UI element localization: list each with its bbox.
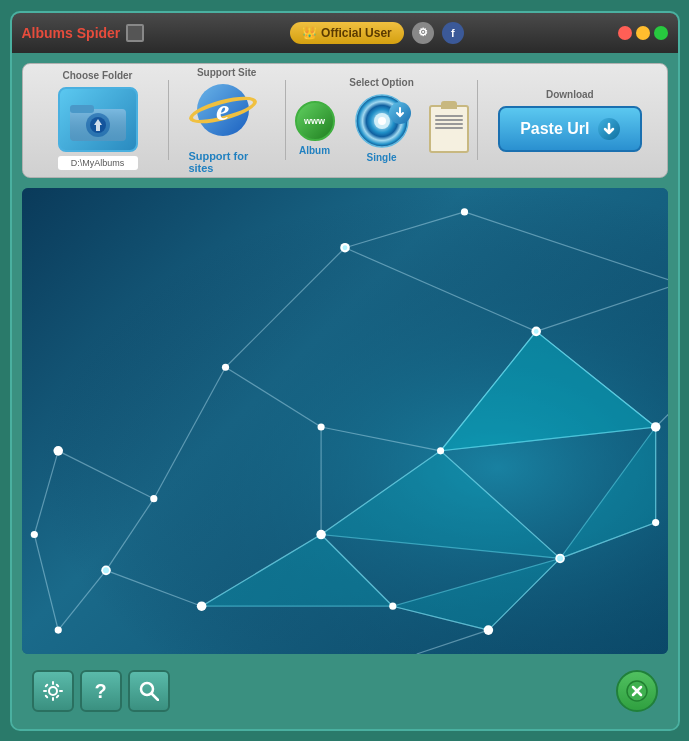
svg-rect-72 — [44, 683, 48, 687]
facebook-social-icon[interactable]: f — [442, 22, 464, 44]
svg-point-59 — [30, 530, 37, 537]
svg-rect-71 — [59, 690, 63, 692]
svg-point-48 — [652, 518, 659, 525]
paste-url-label: Paste Url — [520, 120, 589, 138]
crown-icon: 👑 — [302, 26, 317, 40]
download-section-label: Download — [546, 89, 594, 100]
svg-point-45 — [650, 422, 660, 432]
gear-icon — [42, 680, 64, 702]
support-for-sites-label[interactable]: Support for sites — [188, 150, 265, 174]
svg-rect-70 — [43, 690, 47, 692]
www-icon: www — [295, 101, 335, 141]
close-window-button[interactable] — [618, 26, 632, 40]
album-option[interactable]: www Album — [295, 101, 335, 156]
main-content: Choose Folder — [12, 53, 678, 729]
help-icon: ? — [94, 680, 106, 703]
magnifier-icon — [139, 681, 159, 701]
support-site-section: Support Site e Support for sites — [173, 67, 280, 174]
svg-point-49 — [483, 625, 493, 635]
svg-point-54 — [196, 601, 206, 611]
divider-3 — [477, 80, 478, 160]
cd-arrow-icon — [389, 102, 411, 124]
svg-point-65 — [557, 555, 563, 561]
help-button[interactable]: ? — [80, 670, 122, 712]
title-left: Albums Spider — [22, 24, 145, 42]
download-arrow-icon — [598, 118, 620, 140]
clipboard-option[interactable] — [429, 105, 469, 153]
bottom-bar: ? — [22, 664, 668, 719]
svg-point-58 — [150, 495, 157, 502]
title-bar: Albums Spider 👑 Official User ⚙ f — [12, 13, 678, 53]
svg-point-56 — [54, 626, 61, 633]
preview-area — [22, 188, 668, 654]
svg-point-50 — [389, 602, 396, 609]
svg-rect-68 — [52, 681, 54, 685]
folder-path: D:\MyAlbums — [58, 156, 138, 170]
title-center: 👑 Official User ⚙ f — [290, 22, 464, 44]
folder-icon — [68, 95, 128, 145]
divider-2 — [285, 80, 286, 160]
network-background — [22, 188, 668, 654]
svg-rect-75 — [55, 683, 59, 687]
clipboard-icon — [429, 105, 469, 153]
svg-point-52 — [317, 423, 324, 430]
official-user-button[interactable]: 👑 Official User — [290, 22, 404, 44]
select-option-section: Select Option www Album — [291, 77, 472, 163]
cd-container — [355, 94, 409, 148]
minimize-window-button[interactable] — [636, 26, 650, 40]
single-label: Single — [367, 152, 397, 163]
window-controls — [618, 26, 668, 40]
svg-point-67 — [49, 687, 57, 695]
svg-point-66 — [103, 567, 109, 573]
navigation-icon — [626, 680, 648, 702]
svg-point-64 — [533, 328, 538, 333]
svg-point-7 — [378, 117, 386, 125]
official-user-label: Official User — [321, 26, 392, 40]
app-title-prefix: Album — [22, 25, 66, 41]
svg-rect-69 — [52, 697, 54, 701]
choose-folder-label: Choose Folder — [62, 70, 132, 81]
svg-rect-73 — [55, 694, 59, 698]
single-option[interactable]: Single — [355, 94, 409, 163]
support-site-button[interactable]: e — [197, 84, 257, 144]
svg-point-63 — [342, 245, 347, 250]
app-title-s: s — [65, 25, 73, 41]
svg-point-61 — [460, 208, 467, 215]
svg-line-77 — [152, 694, 158, 700]
svg-rect-74 — [44, 694, 48, 698]
svg-point-57 — [53, 446, 63, 456]
support-site-label: Support Site — [197, 67, 256, 78]
maximize-window-button[interactable] — [654, 26, 668, 40]
choose-folder-button[interactable] — [58, 87, 138, 152]
download-section: Download Paste Url — [483, 89, 656, 152]
choose-folder-section: Choose Folder — [33, 70, 163, 170]
clipboard-top — [441, 101, 457, 109]
network-visualization — [22, 188, 668, 654]
search-button[interactable] — [128, 670, 170, 712]
select-option-label: Select Option — [349, 77, 413, 88]
svg-point-46 — [437, 447, 444, 454]
app-window-icon — [126, 24, 144, 42]
svg-rect-2 — [70, 105, 94, 113]
toolbar-panel: Choose Folder — [22, 63, 668, 178]
select-options-group: www Album — [295, 94, 469, 163]
settings-button[interactable] — [32, 670, 74, 712]
svg-point-51 — [316, 529, 326, 539]
app-title: Albums Spider — [22, 25, 121, 41]
svg-point-53 — [221, 363, 228, 370]
bottom-left-buttons: ? — [32, 670, 170, 712]
app-title-suffix: Spider — [73, 25, 120, 41]
nav-button[interactable] — [616, 670, 658, 712]
paste-url-button[interactable]: Paste Url — [498, 106, 641, 152]
album-label: Album — [299, 145, 330, 156]
settings-social-icon[interactable]: ⚙ — [412, 22, 434, 44]
app-window: Albums Spider 👑 Official User ⚙ f Choose… — [10, 11, 680, 731]
divider-1 — [168, 80, 169, 160]
